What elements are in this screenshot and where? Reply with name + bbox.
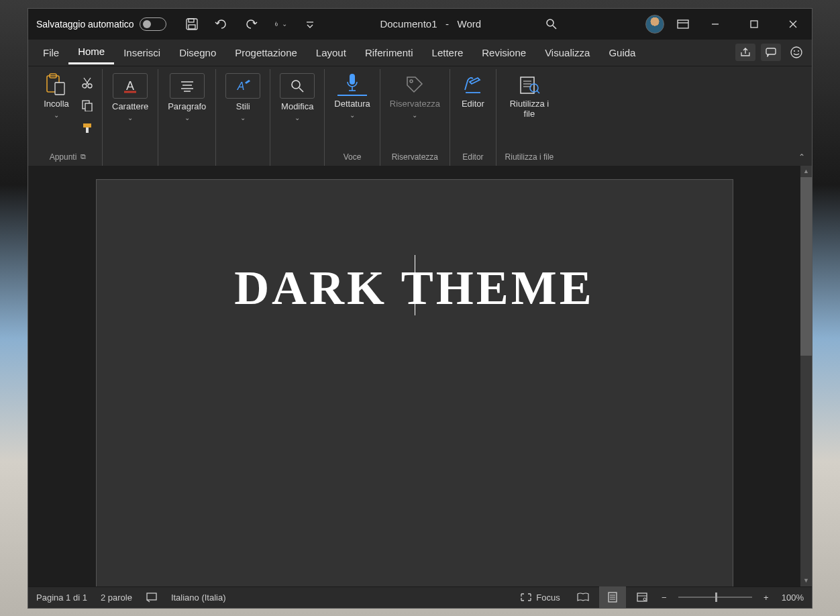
tab-references[interactable]: Riferimenti <box>356 42 423 64</box>
tab-draw[interactable]: Disegno <box>170 42 225 64</box>
chevron-down-icon: ⌄ <box>350 111 355 119</box>
ribbon-display-icon[interactable] <box>676 17 690 31</box>
paragraph-button[interactable]: Paragrafo ⌄ <box>164 70 210 124</box>
styles-button[interactable]: A Stili ⌄ <box>221 70 264 124</box>
editor-button[interactable]: Editor <box>456 70 490 111</box>
minimize-button[interactable] <box>702 14 729 34</box>
tab-insert[interactable]: Inserisci <box>114 42 170 64</box>
focus-label: Focus <box>536 593 560 603</box>
sensitivity-button[interactable]: Riservatezza ⌄ <box>386 70 444 121</box>
svg-rect-25 <box>83 123 91 127</box>
scroll-up-icon[interactable]: ▲ <box>800 166 812 177</box>
close-button[interactable] <box>780 14 806 34</box>
feedback-icon[interactable] <box>786 44 806 61</box>
vertical-scrollbar[interactable]: ▲ ▼ <box>800 166 812 586</box>
share-icon[interactable] <box>735 44 755 61</box>
chevron-down-icon: ⌄ <box>282 20 287 28</box>
zoom-level[interactable]: 100% <box>782 593 804 603</box>
paste-label: Incolla <box>44 99 69 109</box>
dictate-label: Dettatura <box>334 99 370 109</box>
tab-view[interactable]: Visualizza <box>535 42 599 64</box>
app-name: Word <box>458 18 482 30</box>
reuse-files-icon <box>516 73 543 96</box>
save-icon[interactable] <box>185 17 199 31</box>
svg-rect-47 <box>147 593 156 600</box>
editing-button[interactable]: Modifica ⌄ <box>276 70 319 124</box>
paste-button[interactable]: Incolla ⌄ <box>39 70 74 121</box>
autosave-toggle[interactable]: Salvataggio automatico <box>36 17 166 31</box>
print-layout-icon[interactable] <box>599 586 626 608</box>
spellcheck-icon[interactable] <box>146 592 158 603</box>
tab-file[interactable]: File <box>34 42 68 64</box>
svg-rect-26 <box>86 127 89 133</box>
zoom-in-button[interactable]: + <box>760 593 772 603</box>
chevron-down-icon: ⌄ <box>185 114 190 121</box>
copy-icon[interactable] <box>78 97 97 113</box>
title-separator: - <box>445 18 449 30</box>
chevron-down-icon: ⌄ <box>240 114 246 121</box>
comments-icon[interactable] <box>761 44 781 61</box>
collapse-ribbon-icon[interactable]: ⌃ <box>798 152 805 162</box>
svg-point-13 <box>791 47 802 58</box>
find-icon <box>280 73 315 99</box>
web-layout-icon[interactable] <box>629 586 655 608</box>
tab-help[interactable]: Guida <box>599 42 645 64</box>
font-icon: A <box>113 73 148 99</box>
chevron-down-icon: ⌄ <box>412 111 417 119</box>
titlebar: Salvataggio automatico ⌄ Documento1 <box>28 9 812 40</box>
clipboard-group-label: Appunti <box>50 152 77 162</box>
svg-rect-9 <box>751 21 757 28</box>
font-button[interactable]: A Carattere ⌄ <box>108 70 152 124</box>
group-editor: Editor Editor <box>450 69 496 166</box>
svg-rect-36 <box>350 74 355 85</box>
svg-rect-6 <box>678 20 688 28</box>
maximize-button[interactable] <box>741 14 768 34</box>
reuse-files-button[interactable]: Riutilizza i file <box>502 70 557 121</box>
customize-qat-icon[interactable] <box>303 17 317 31</box>
editor-icon <box>460 73 486 96</box>
toggle-switch-icon[interactable] <box>140 17 166 31</box>
undo-icon[interactable] <box>215 17 228 31</box>
svg-text:A: A <box>237 81 245 92</box>
doc-name: Documento1 <box>380 18 437 30</box>
word-count[interactable]: 2 parole <box>101 593 132 603</box>
scroll-thumb[interactable] <box>800 177 812 356</box>
tab-home[interactable]: Home <box>68 40 114 64</box>
group-styles: A Stili ⌄ <box>216 69 270 166</box>
editor-group-label: Editor <box>462 152 483 162</box>
svg-rect-12 <box>766 48 776 54</box>
language-selector[interactable]: Italiano (Italia) <box>171 593 226 603</box>
titlebar-right <box>645 14 806 34</box>
tab-review[interactable]: Revisione <box>472 42 535 64</box>
scroll-track[interactable] <box>800 177 812 575</box>
tab-mailings[interactable]: Lettere <box>423 42 473 64</box>
paste-icon <box>43 73 70 96</box>
page-count[interactable]: Pagina 1 di 1 <box>36 593 87 603</box>
dialog-launcher-icon[interactable]: ⧉ <box>81 152 86 161</box>
statusbar: Pagina 1 di 1 2 parole Italiano (Italia)… <box>28 586 812 608</box>
search-icon[interactable] <box>545 17 558 31</box>
touch-mode-icon[interactable]: ⌄ <box>274 17 287 31</box>
format-painter-icon[interactable] <box>78 120 97 136</box>
tag-icon <box>401 73 428 96</box>
zoom-out-button[interactable]: − <box>658 593 670 603</box>
document-text[interactable]: DARK THEME <box>130 260 699 316</box>
document-page[interactable]: DARK THEME <box>96 179 733 586</box>
styles-icon: A <box>225 73 260 99</box>
paragraph-icon <box>170 73 205 99</box>
scroll-down-icon[interactable]: ▼ <box>800 575 812 586</box>
read-mode-icon[interactable] <box>570 586 596 608</box>
redo-icon[interactable] <box>244 17 258 31</box>
svg-point-54 <box>643 598 646 601</box>
dictate-button[interactable]: Dettatura ⌄ <box>330 70 374 121</box>
svg-text:A: A <box>126 79 134 93</box>
styles-label: Stili <box>236 101 250 111</box>
zoom-slider[interactable] <box>678 597 752 598</box>
tab-design[interactable]: Progettazione <box>225 42 307 64</box>
tab-layout[interactable]: Layout <box>307 42 356 64</box>
cut-icon[interactable] <box>78 74 97 91</box>
autosave-label: Salvataggio automatico <box>36 19 134 30</box>
document-title: Documento1 - Word <box>317 18 545 30</box>
user-avatar-icon[interactable] <box>645 15 664 34</box>
focus-mode-button[interactable]: Focus <box>520 593 560 603</box>
